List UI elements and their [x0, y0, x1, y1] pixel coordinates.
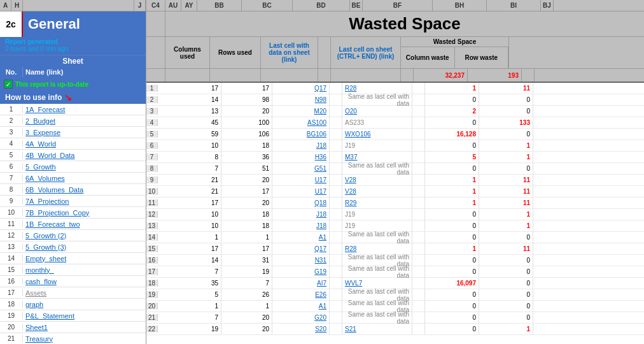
row-waste-cell: 1 — [479, 140, 533, 151]
rows-used-cell: 20 — [221, 106, 272, 117]
col-waste-cell: 1 — [425, 243, 479, 254]
be-spacer — [330, 301, 342, 312]
table-row: 21720G20Same as last cell with data00 — [146, 312, 644, 324]
sheet-name[interactable]: 5_Growth — [23, 163, 134, 171]
rows-used-cell: 7 — [221, 278, 272, 289]
bg-spacer — [412, 197, 425, 208]
totals-row-waste: 193 — [468, 69, 522, 82]
sheet-number: 17 — [0, 289, 23, 296]
last-data-cell[interactable]: A1 — [272, 232, 330, 243]
list-item: 17Assets — [0, 287, 146, 299]
last-data-cell[interactable]: U17 — [272, 186, 330, 197]
list-item: 16cash_flow — [0, 276, 146, 287]
rh-au: AU — [165, 0, 181, 11]
last-data-cell[interactable]: Q17 — [272, 243, 330, 254]
col-waste-cell: 1 — [425, 186, 479, 197]
col-waste-cell: 5 — [425, 152, 479, 162]
sheet-name[interactable]: 4B_World_Data — [23, 152, 134, 159]
column-waste-header: Column waste — [401, 47, 455, 68]
sheet-name[interactable]: 5_Growth (3) — [23, 243, 134, 251]
row-waste-cell: 0 — [479, 255, 533, 266]
rows-used-cell: 18 — [221, 220, 272, 231]
col-waste-cell: 0 — [425, 140, 479, 151]
sheet-name[interactable]: Assets — [23, 289, 134, 297]
last-data-cell[interactable]: G20 — [272, 312, 330, 323]
last-data-cell[interactable]: E26 — [272, 289, 330, 300]
sheet-name[interactable]: 1B_Forecast_two — [23, 220, 134, 228]
be-spacer — [330, 140, 342, 151]
last-sheet-cell[interactable]: O20 — [342, 106, 412, 117]
bg-spacer — [412, 140, 425, 151]
last-data-cell[interactable]: N31 — [272, 255, 330, 266]
last-data-cell[interactable]: N98 — [272, 94, 330, 105]
rh-c4: C4 — [146, 0, 165, 11]
sheet-name[interactable]: 6B_Volumes_Data — [23, 186, 134, 194]
sheet-name[interactable]: Empty_sheet — [23, 255, 134, 262]
hours-ago: 0 hours and 0 min ago — [5, 45, 141, 52]
bg-spacer — [412, 255, 425, 266]
last-data-cell[interactable]: J18 — [272, 220, 330, 231]
last-data-cell[interactable]: J18 — [272, 140, 330, 151]
bg-spacer — [412, 301, 425, 312]
last-sheet-cell[interactable]: R28 — [342, 243, 412, 254]
sheet-name[interactable]: Sheet1 — [23, 324, 134, 331]
last-data-cell[interactable]: AS100 — [272, 117, 330, 128]
sheet-name[interactable]: cash_flow — [23, 278, 134, 285]
last-sheet-cell[interactable]: R28 — [342, 83, 412, 94]
title-c4 — [146, 11, 165, 36]
sheet-name[interactable]: 2_Budget — [23, 117, 134, 125]
last-sheet-cell[interactable]: V28 — [342, 186, 412, 197]
sheet-name[interactable]: P&L_Statement — [23, 312, 134, 320]
row-waste-cell: 1 — [479, 209, 533, 220]
cols-used-cell: 17 — [177, 197, 221, 208]
col-waste-cell: 0 — [425, 94, 479, 105]
last-data-cell[interactable]: G51 — [272, 163, 330, 174]
last-sheet-cell[interactable]: WVL7 — [342, 278, 412, 289]
table-row: 559106BG106WXO10616,1280 — [146, 129, 644, 140]
cell-ref-2c: 2c — [0, 11, 23, 37]
sheet-name[interactable]: 7B_Projection_Copy — [23, 209, 134, 217]
sheet-name[interactable]: 3_Expense — [23, 129, 134, 136]
last-sheet-cell[interactable]: V28 — [342, 175, 412, 185]
sheet-name[interactable]: 6A_Volumes — [23, 175, 134, 182]
sheet-number: 11 — [0, 220, 23, 227]
bg-spacer — [412, 232, 425, 243]
sheet-name[interactable]: 5_Growth (2) — [23, 232, 134, 240]
last-data-cell[interactable]: AI7 — [272, 278, 330, 289]
last-data-cell[interactable]: J18 — [272, 209, 330, 220]
last-data-cell[interactable]: BG106 — [272, 129, 330, 140]
col-waste-cell: 2 — [425, 106, 479, 117]
last-sheet-cell[interactable]: S21 — [342, 324, 412, 334]
last-data-cell[interactable]: M20 — [272, 106, 330, 117]
wasted-space-header: Wasted Space Column waste Row waste — [401, 37, 509, 68]
sheet-number: 3 — [0, 129, 23, 136]
how-to-use-label: How to use info — [5, 93, 62, 102]
be-spacer — [330, 232, 342, 243]
last-sheet-cell[interactable]: M37 — [342, 152, 412, 162]
cols-used-cell: 35 — [177, 278, 221, 289]
last-data-cell[interactable]: A1 — [272, 301, 330, 312]
last-data-cell[interactable]: G19 — [272, 266, 330, 277]
right-col-headers: C4 AU AY BB BC BD BE BF BH BI BJ — [146, 0, 644, 11]
title-row: 2c General — [0, 11, 146, 37]
last-data-cell[interactable]: Q18 — [272, 197, 330, 208]
row-number: 16 — [146, 257, 158, 264]
list-item: 76A_Volumes — [0, 173, 146, 184]
bg-spacer — [412, 83, 425, 94]
be-spacer — [330, 129, 342, 140]
last-data-cell[interactable]: Q17 — [272, 83, 330, 94]
row-number: 5 — [146, 131, 158, 138]
sheet-name[interactable]: 1A_Forecast — [23, 106, 134, 113]
sheet-name[interactable]: Treasury — [23, 335, 134, 343]
sheet-name[interactable]: monthly_ — [23, 266, 134, 274]
sheet-name[interactable]: 7A_Projection — [23, 197, 134, 205]
sheet-name[interactable]: graph — [23, 301, 134, 308]
sheet-name[interactable]: 4A_World — [23, 140, 134, 148]
last-data-cell[interactable]: H36 — [272, 152, 330, 162]
last-data-cell[interactable]: U17 — [272, 175, 330, 185]
last-data-cell[interactable]: S20 — [272, 324, 330, 334]
last-sheet-cell[interactable]: R29 — [342, 197, 412, 208]
last-sheet-cell[interactable]: WXO106 — [342, 129, 412, 140]
list-item: 111B_Forecast_two — [0, 219, 146, 230]
col-header-h: H — [11, 0, 23, 11]
